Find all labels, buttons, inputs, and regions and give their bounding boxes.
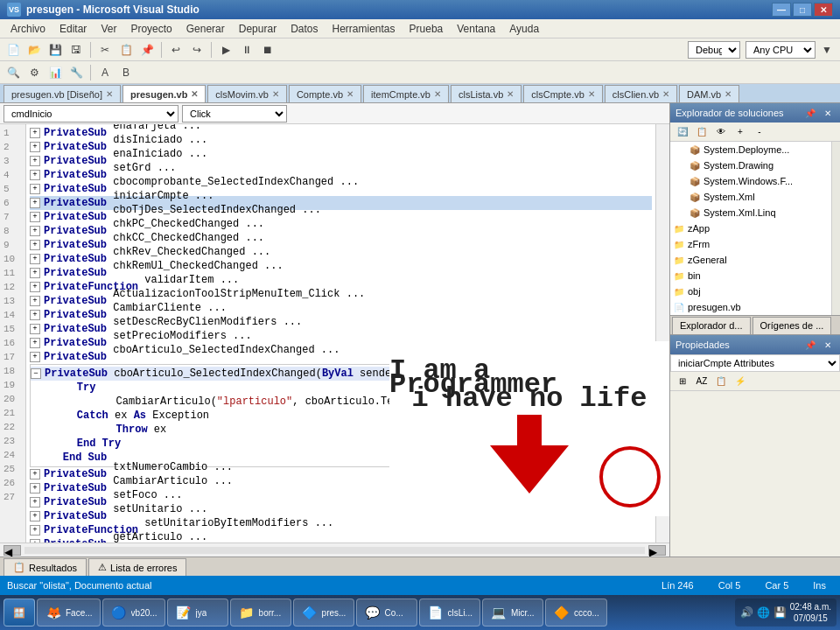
redo-btn[interactable]: ↪ (187, 40, 206, 60)
expand-icon[interactable]: + (30, 324, 40, 334)
props-pin-btn[interactable]: 📌 (803, 338, 817, 352)
tree-item-xmllinq[interactable]: 📦 System.Xml.Linq (670, 205, 831, 220)
expand-icon[interactable]: + (30, 525, 40, 536)
expand-icon[interactable]: + (30, 240, 40, 250)
expand-icon[interactable]: + (30, 539, 40, 542)
event-selector[interactable]: Click (182, 105, 287, 122)
expand-icon[interactable]: + (30, 128, 40, 138)
menu-generar[interactable]: Generar (179, 19, 232, 38)
paste-btn[interactable]: 📌 (137, 40, 157, 60)
tab-origenes[interactable]: Orígenes de ... (752, 317, 832, 334)
expand-icon[interactable]: + (30, 156, 40, 166)
run-btn[interactable]: ▶ (216, 40, 235, 60)
tb2-btn3[interactable]: 📊 (46, 63, 65, 82)
expand-icon[interactable]: + (30, 310, 40, 320)
tab-compte[interactable]: Compte.vb ✕ (289, 85, 361, 102)
menu-datos[interactable]: Datos (284, 19, 325, 38)
sol-refresh-btn[interactable]: 🔄 (674, 123, 691, 141)
tb2-btn2[interactable]: ⚙ (24, 63, 44, 82)
expand-icon[interactable]: + (30, 184, 40, 194)
taskbar-firefox[interactable]: 🦊 Face... (37, 598, 101, 626)
solution-close-btn[interactable]: ✕ (821, 106, 835, 120)
method-selector[interactable]: cmdInicio (4, 105, 178, 122)
tab-clsmovim-close[interactable]: ✕ (272, 89, 279, 99)
tree-item-presugenvb[interactable]: 📄 presugen.vb (670, 299, 831, 315)
expand-icon[interactable]: + (30, 282, 40, 292)
menu-proyecto[interactable]: Proyecto (123, 19, 178, 38)
sol-collapse-btn[interactable]: - (751, 123, 768, 141)
tab-itemcmpte[interactable]: itemCmpte.vb ✕ (363, 85, 449, 102)
sol-properties-btn[interactable]: 📋 (693, 123, 710, 141)
expand-icon[interactable]: + (30, 511, 40, 522)
expand-icon[interactable]: + (30, 170, 40, 180)
tab-clsmovim[interactable]: clsMovim.vb ✕ (207, 85, 287, 102)
tab-resultados[interactable]: 📋 Resultados (4, 558, 87, 576)
expand-icon[interactable]: + (30, 268, 40, 278)
menu-ver[interactable]: Ver (94, 19, 123, 38)
expand-icon[interactable]: + (30, 198, 40, 208)
tb2-btn4[interactable]: 🔧 (66, 63, 86, 82)
expand-icon[interactable]: + (30, 483, 40, 494)
solution-scrollbar[interactable] (831, 142, 840, 315)
tab-dam-close[interactable]: ✕ (724, 89, 732, 99)
tb2-btn1[interactable]: 🔍 (4, 63, 23, 82)
h-scroll-left[interactable]: ◀ (4, 545, 21, 556)
menu-ayuda[interactable]: Ayuda (502, 19, 546, 38)
horizontal-scrollbar[interactable]: ◀ ▶ (0, 542, 669, 556)
expand-icon[interactable]: + (30, 296, 40, 306)
expand-icon[interactable]: + (30, 254, 40, 264)
tree-item-xml[interactable]: 📦 System.Xml (670, 189, 831, 205)
debug-mode-selector[interactable]: Debug (688, 41, 740, 59)
tree-item-obj[interactable]: 📁 obj (670, 284, 831, 299)
cut-btn[interactable]: ✂ (95, 40, 115, 60)
save-all-btn[interactable]: 🖫 (66, 40, 86, 60)
props-close-btn[interactable]: ✕ (821, 338, 835, 352)
restore-button[interactable]: □ (793, 3, 812, 17)
expand-icon[interactable]: + (30, 352, 40, 362)
menu-editar[interactable]: Editar (52, 19, 94, 38)
tab-presugen-close[interactable]: ✕ (191, 89, 198, 99)
new-btn[interactable]: 📄 (4, 40, 23, 60)
props-az-btn[interactable]: AZ (693, 373, 710, 390)
tab-presugen[interactable]: presugen.vb ✕ (122, 85, 206, 102)
taskbar-jya[interactable]: 📝 jya (167, 598, 228, 626)
system-clock[interactable]: 02:48 a.m.07/09/15 (790, 601, 831, 624)
taskbar-ccco[interactable]: 🔶 ccco... (545, 598, 607, 626)
tab-dam[interactable]: DAM.vb ✕ (679, 85, 739, 102)
menu-ventana[interactable]: Ventana (450, 19, 502, 38)
sol-show-all-btn[interactable]: 👁 (712, 123, 730, 141)
close-button[interactable]: ✕ (814, 3, 833, 17)
copy-btn[interactable]: 📋 (116, 40, 136, 60)
taskbar-micr[interactable]: 💻 Micr... (482, 598, 543, 626)
taskbar-pres[interactable]: 🔷 pres... (293, 598, 354, 626)
collapse-icon[interactable]: − (31, 368, 41, 379)
undo-btn[interactable]: ↩ (166, 40, 186, 60)
props-events-btn[interactable]: ⚡ (732, 373, 749, 390)
cpu-selector[interactable]: Any CPU (746, 41, 816, 59)
expand-icon[interactable]: + (30, 226, 40, 236)
expand-icon[interactable]: + (30, 212, 40, 222)
solution-pin-btn[interactable]: 📌 (803, 106, 817, 120)
tab-lista-errores[interactable]: ⚠ Lista de errores (88, 558, 186, 576)
props-props-btn[interactable]: 📋 (712, 373, 730, 390)
menu-prueba[interactable]: Prueba (402, 19, 451, 38)
minimize-button[interactable]: — (772, 3, 791, 17)
tb2-btn5[interactable]: A (95, 63, 115, 82)
pause-btn[interactable]: ⏸ (237, 40, 256, 60)
tab-clscmpte-close[interactable]: ✕ (588, 89, 595, 99)
code-content[interactable]: + Private Sub enaTarjeta ... + Private S… (26, 124, 655, 542)
tab-clslista[interactable]: clsLista.vb ✕ (451, 85, 522, 102)
tree-item-bin[interactable]: 📁 bin (670, 268, 831, 284)
tree-item-drawing[interactable]: 📦 System.Drawing (670, 158, 831, 173)
tree-item-deploymen[interactable]: 📦 System.Deployme... (670, 142, 831, 158)
tab-explorador[interactable]: Explorador d... (672, 317, 751, 334)
tab-design[interactable]: presugen.vb [Diseño] ✕ (4, 85, 121, 102)
tree-item-zgeneral[interactable]: 📁 zGeneral (670, 252, 831, 268)
expand-icon[interactable]: + (30, 338, 40, 348)
taskbar-clsli[interactable]: 📄 clsLi... (419, 598, 480, 626)
props-cat-btn[interactable]: ⊞ (674, 373, 691, 390)
tab-clscmpte[interactable]: clsCmpte.vb ✕ (523, 85, 603, 102)
tab-clsclien[interactable]: clsClien.vb ✕ (605, 85, 677, 102)
sol-expand-btn[interactable]: + (732, 123, 749, 141)
more-btn[interactable]: ▼ (817, 40, 836, 60)
